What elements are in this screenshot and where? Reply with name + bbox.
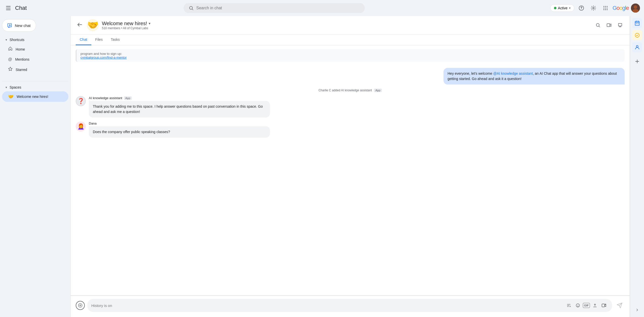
- emoji-button[interactable]: [574, 301, 582, 309]
- calendar-widget-button[interactable]: [632, 18, 642, 28]
- add-icon: [634, 59, 640, 64]
- sidebar-item-starred[interactable]: Starred: [2, 64, 68, 75]
- outgoing-text-1: Hey everyone, let's welcome: [448, 71, 493, 75]
- mentions-icon: @: [8, 57, 12, 62]
- ai-avatar: ❓: [76, 96, 86, 106]
- svg-rect-26: [636, 23, 637, 24]
- menu-button[interactable]: [4, 4, 13, 12]
- person-icon: [634, 45, 640, 50]
- ai-message-content: AI knowledge assistant App Thank you for…: [89, 96, 625, 117]
- system-app-badge: App: [374, 89, 382, 92]
- right-sidebar: [630, 16, 644, 317]
- chat-header: 🤝 Welcome new hires! ▾ 510 members • All…: [71, 16, 630, 34]
- topbar-left: Chat: [4, 4, 90, 12]
- apps-button[interactable]: [600, 3, 611, 13]
- snippet-text: program and how to sign up:: [80, 52, 122, 56]
- svg-point-11: [603, 9, 605, 10]
- video-call-button[interactable]: [605, 21, 614, 30]
- add-widget-button[interactable]: [632, 56, 642, 66]
- back-button[interactable]: [76, 21, 84, 30]
- space-info: Welcome new hires! ▾ 510 members • All o…: [102, 21, 590, 30]
- tab-files[interactable]: Files: [91, 34, 107, 45]
- svg-point-5: [603, 6, 605, 7]
- ai-sender: AI knowledge assistant App: [89, 96, 625, 100]
- emoji-icon: [576, 303, 580, 308]
- shortcuts-section: ▼ Shortcuts Home @ Mentions: [2, 36, 68, 75]
- video-clip-button[interactable]: [600, 301, 608, 309]
- spaces-chevron: ▼: [5, 86, 8, 89]
- svg-rect-25: [635, 21, 639, 26]
- calendar-icon: [634, 20, 640, 26]
- welcome-emoji: 🤝: [8, 94, 14, 99]
- svg-point-28: [635, 33, 639, 37]
- svg-point-15: [634, 5, 637, 9]
- message-input-box[interactable]: GIF: [87, 299, 612, 312]
- active-chevron: ▾: [569, 6, 571, 10]
- search-box[interactable]: [184, 3, 365, 13]
- tab-chat[interactable]: Chat: [76, 34, 91, 45]
- video-clip-icon: [601, 303, 607, 308]
- messages-container[interactable]: program and how to sign up: cymbalgroup.…: [71, 45, 630, 295]
- svg-rect-19: [607, 24, 610, 27]
- tasks-widget-button[interactable]: [632, 30, 642, 40]
- text-format-button[interactable]: [565, 301, 573, 309]
- space-name[interactable]: Welcome new hires! ▾: [102, 21, 590, 26]
- outgoing-message-bubble: Hey everyone, let's welcome @AI knowledg…: [444, 68, 625, 85]
- sidebar-item-welcome-new-hires[interactable]: 🤝 Welcome new hires!: [2, 91, 68, 102]
- dana-avatar: 👩‍🦰: [76, 122, 86, 132]
- apps-icon: [603, 5, 608, 11]
- plus-icon: [78, 303, 83, 308]
- svg-point-8: [603, 8, 605, 9]
- chat-search-button[interactable]: [593, 21, 602, 30]
- help-button[interactable]: [576, 3, 586, 13]
- svg-rect-27: [637, 23, 638, 24]
- system-message: Charlie C added AI knowledge assistant A…: [76, 89, 625, 92]
- main-layout: New chat ▼ Shortcuts Home @: [0, 16, 644, 317]
- input-area: GIF: [71, 296, 630, 317]
- message-input[interactable]: [91, 303, 563, 308]
- spaces-label: Spaces: [10, 85, 21, 89]
- gif-button[interactable]: GIF: [583, 303, 590, 308]
- contacts-widget-button[interactable]: [632, 42, 642, 52]
- send-button[interactable]: [615, 300, 625, 310]
- svg-point-7: [607, 6, 608, 7]
- tasks-icon: [634, 32, 640, 38]
- home-icon: [8, 46, 13, 52]
- threads-button[interactable]: [616, 21, 625, 30]
- sidebar-divider: [2, 81, 68, 81]
- dana-message-bubble: Does the company offer public speaking c…: [89, 126, 270, 138]
- add-attachment-button[interactable]: [76, 301, 85, 310]
- help-icon: [579, 5, 584, 11]
- tab-tasks[interactable]: Tasks: [107, 34, 124, 45]
- search-icon: [595, 23, 600, 28]
- svg-point-9: [605, 8, 606, 9]
- sidebar-item-mentions[interactable]: @ Mentions: [2, 55, 68, 64]
- search-input[interactable]: [196, 6, 360, 10]
- settings-button[interactable]: [588, 3, 598, 13]
- new-chat-button[interactable]: New chat: [2, 19, 36, 32]
- snippet-link[interactable]: cymbalgroup.com/find-a-mentor: [80, 56, 127, 59]
- user-avatar[interactable]: [631, 4, 640, 13]
- expand-sidebar-button[interactable]: [635, 305, 639, 315]
- space-avatar: 🤝: [87, 19, 99, 31]
- shortcuts-header[interactable]: ▼ Shortcuts: [2, 36, 68, 44]
- upload-button[interactable]: [591, 301, 599, 309]
- sidebar-item-home[interactable]: Home: [2, 44, 68, 55]
- app-title: Chat: [15, 5, 27, 11]
- sidebar: New chat ▼ Shortcuts Home @: [0, 16, 70, 317]
- input-row: GIF: [76, 299, 625, 312]
- shortcuts-chevron: ▼: [5, 38, 8, 41]
- starred-icon: [8, 67, 13, 72]
- chevron-right-icon: [635, 308, 639, 312]
- topbar: Chat Active ▾: [0, 0, 644, 16]
- spaces-header[interactable]: ▼ Spaces: [2, 83, 68, 91]
- chat-area: 🤝 Welcome new hires! ▾ 510 members • All…: [70, 16, 630, 317]
- dana-sender: Dana: [89, 122, 625, 125]
- ai-mention[interactable]: @AI knowledge assistant: [493, 71, 533, 75]
- shortcuts-label: Shortcuts: [10, 38, 24, 42]
- message-row: 👩‍🦰 Dana Does the company offer public s…: [76, 122, 625, 138]
- active-status-button[interactable]: Active ▾: [550, 4, 574, 12]
- send-icon: [617, 302, 623, 308]
- chat-header-actions: [593, 21, 625, 30]
- upload-icon: [593, 303, 597, 308]
